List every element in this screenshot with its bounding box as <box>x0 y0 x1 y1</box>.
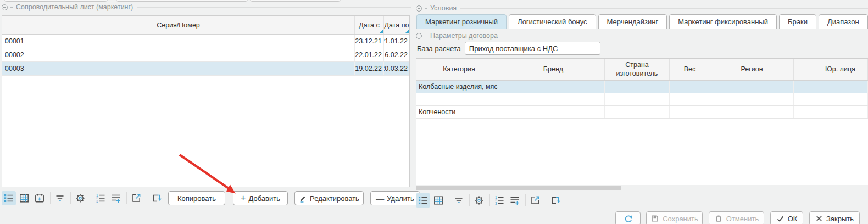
open-external-icon[interactable] <box>528 193 542 208</box>
table-row-selected[interactable]: 00003 19.02.22 20.03.22 <box>2 62 409 76</box>
column-header-legal-entities[interactable]: Юр. лица <box>794 59 868 80</box>
ok-button[interactable]: ОК <box>770 211 803 224</box>
left-panel: Сопроводительный лист (маркетинг) Серия/… <box>2 3 411 208</box>
serial-table-header: Серия/Номер Дата с Дата по <box>2 16 409 35</box>
divider <box>137 7 411 8</box>
list-view-icon[interactable] <box>416 193 430 208</box>
gear-icon[interactable] <box>472 193 486 208</box>
column-header-weight[interactable]: Вес <box>670 59 710 80</box>
column-header-brand[interactable]: Бренд <box>502 59 605 80</box>
base-calc-row: База расчета <box>417 42 600 55</box>
tab-merchandising[interactable]: Мерчендайзинг <box>598 14 667 29</box>
calendar-add-icon[interactable] <box>32 191 47 205</box>
table-row[interactable]: 00001 23.12.21 21.01.22 <box>2 35 409 48</box>
grid-icon[interactable] <box>431 193 446 208</box>
toolbar-separator <box>546 194 546 206</box>
tab-defects[interactable]: Браки <box>779 14 816 29</box>
right-panel: Условия Маркетинг розничный Логистически… <box>416 3 868 208</box>
numbered-list-icon[interactable]: 1 2 3 <box>492 193 507 208</box>
tab-marketing-retail[interactable]: Маркетинг розничный <box>416 14 507 29</box>
divider <box>460 8 868 9</box>
collapse-minus-icon[interactable] <box>416 5 422 12</box>
toolbar-separator <box>147 192 147 204</box>
divider <box>502 36 609 36</box>
column-header-date-to[interactable]: Дата по <box>384 16 409 34</box>
list-view-icon[interactable] <box>2 191 16 205</box>
column-header-serial[interactable]: Серия/Номер <box>2 16 355 34</box>
svg-text:3: 3 <box>96 199 98 203</box>
copy-button[interactable]: Копировать <box>168 191 225 205</box>
divider <box>425 8 427 9</box>
left-panel-title: Сопроводительный лист (маркетинг) <box>16 3 133 11</box>
contract-params-table: Категория Бренд Страна изготовитель Вес … <box>416 58 868 185</box>
divider <box>10 7 13 8</box>
tab-range[interactable]: Диапазон <box>819 14 868 29</box>
left-group-header: Сопроводительный лист (маркетинг) <box>2 3 411 11</box>
refresh-icon <box>624 214 633 223</box>
check-icon <box>776 215 784 223</box>
conditions-group-header: Условия <box>416 4 868 12</box>
toolbar-separator <box>469 194 470 206</box>
toolbar-separator <box>91 192 91 204</box>
toolbar-separator <box>489 194 490 206</box>
add-row-icon[interactable] <box>508 193 522 208</box>
column-header-date-from[interactable]: Дата с <box>355 16 384 34</box>
table-row-selected[interactable]: Колбасные изделия, мяс <box>416 81 868 93</box>
column-header-country[interactable]: Страна изготовитель <box>605 59 670 80</box>
params-title: Параметры договора <box>430 32 498 40</box>
save-icon <box>650 214 659 223</box>
plus-icon: + <box>241 194 246 203</box>
sort-indicator-icon <box>405 30 409 33</box>
add-row-icon[interactable] <box>109 191 123 205</box>
close-button[interactable]: Закрыть <box>809 211 860 224</box>
cutoff-button-1[interactable] <box>4 0 108 2</box>
scrollbar-thumb[interactable] <box>416 186 621 190</box>
collapse-minus-icon[interactable] <box>2 4 8 10</box>
panel-splitter[interactable] <box>413 3 413 208</box>
contract-table-header: Категория Бренд Страна изготовитель Вес … <box>416 59 868 81</box>
numbered-list-icon[interactable]: 1 2 3 <box>93 191 108 205</box>
refresh-button[interactable] <box>615 211 641 224</box>
table-row[interactable]: Копчености <box>416 106 868 119</box>
edit-button[interactable]: Редактировать <box>294 191 364 205</box>
tab-logistic-bonus[interactable]: Логистический бонус <box>509 14 596 29</box>
minus-icon: — <box>376 194 384 203</box>
tab-marketing-fixed[interactable]: Маркетинг фиксированный <box>669 14 777 29</box>
table-row[interactable]: 00002 22.01.22 16.02.22 <box>2 48 409 62</box>
pencil-icon <box>299 194 307 203</box>
cutoff-button-2[interactable] <box>116 0 248 2</box>
horizontal-scrollbar <box>416 186 868 190</box>
svg-text:3: 3 <box>495 201 497 205</box>
toolbar-separator <box>70 192 71 204</box>
base-calc-input[interactable] <box>465 42 600 55</box>
column-header-region[interactable]: Регион <box>710 59 794 80</box>
filter-icon[interactable] <box>452 193 466 208</box>
save-button[interactable]: Сохранить <box>646 211 703 224</box>
conditions-title: Условия <box>430 4 457 12</box>
base-calc-label: База расчета <box>417 44 461 53</box>
refresh-loop-icon[interactable] <box>548 193 563 208</box>
toolbar-separator <box>50 192 51 204</box>
add-button[interactable]: + Добавить <box>233 191 288 205</box>
table-empty-area <box>416 119 868 185</box>
table-row[interactable] <box>416 93 868 106</box>
gear-icon[interactable] <box>73 191 87 205</box>
conditions-tabs: Маркетинг розничный Логистический бонус … <box>416 14 868 29</box>
refresh-loop-icon[interactable] <box>149 191 164 205</box>
toolbar-separator <box>449 194 449 206</box>
params-group-header: Параметры договора <box>416 32 609 40</box>
grid-icon[interactable] <box>17 191 31 205</box>
footer-bar: Сохранить Отменить ОК Закрыть <box>0 209 868 224</box>
divider <box>425 36 427 36</box>
filter-icon[interactable] <box>53 191 67 205</box>
sort-indicator-icon <box>379 30 383 33</box>
open-external-icon[interactable] <box>129 191 143 205</box>
toolbar-separator <box>126 192 127 204</box>
collapse-minus-icon[interactable] <box>416 33 422 39</box>
column-header-category[interactable]: Категория <box>416 59 502 80</box>
cutoff-button-3[interactable] <box>250 0 341 2</box>
right-toolbar: 1 2 3 <box>416 192 868 209</box>
trash-icon <box>714 214 723 223</box>
cancel-button[interactable]: Отменить <box>709 211 764 224</box>
toolbar-separator <box>525 194 526 206</box>
